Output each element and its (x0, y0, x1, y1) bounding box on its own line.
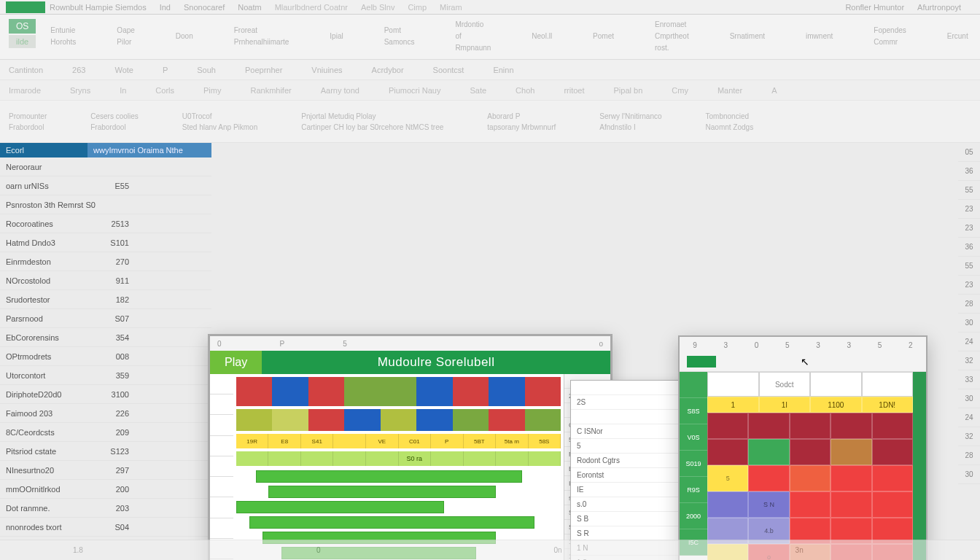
heatmap-cell[interactable] (831, 413, 871, 439)
ribbon-group[interactable]: FroreatPrnhenalhiimarte (234, 19, 289, 54)
data-row[interactable]: 8C/Ceordcsts209 (0, 423, 211, 442)
data-row[interactable]: Utorcontort359 (0, 366, 211, 385)
subbar2-item[interactable]: In (120, 86, 126, 95)
heatmap-cell[interactable] (872, 491, 913, 518)
context-group[interactable]: U0TrocofSted hlanv Anp Pikmon (182, 112, 257, 131)
subbar-item[interactable]: Souh (197, 66, 216, 74)
gantt-bar[interactable] (256, 470, 522, 483)
heatmap-cell[interactable] (831, 465, 871, 491)
heatmap-cell[interactable] (748, 439, 789, 465)
play-button[interactable]: Play (210, 351, 262, 374)
right-num: 24 (958, 408, 980, 427)
subbar2-item[interactable]: Corls (155, 86, 174, 95)
data-row[interactable]: Nerooraur (0, 158, 211, 176)
gantt-bar[interactable] (236, 501, 444, 513)
data-row[interactable]: DiriphoteD20d03100 (0, 385, 211, 404)
subbar2-item[interactable]: Manter (718, 86, 742, 95)
subbar2-item[interactable]: Rankmhifer (250, 86, 291, 95)
heatmap-cell[interactable] (831, 491, 871, 518)
heatmap-cell[interactable] (748, 413, 789, 439)
heatmap-cell[interactable] (831, 439, 871, 465)
subbar2-item[interactable]: Sate (470, 86, 486, 95)
subbar-item[interactable]: Poeprnher (245, 66, 282, 74)
ribbon-group[interactable]: Fopendes Commr (874, 19, 906, 54)
data-row[interactable]: EbCororensins354 (0, 328, 211, 347)
subbar2-item[interactable]: Piumocri Nauy (389, 86, 441, 95)
heatmap-cell[interactable] (707, 491, 748, 518)
data-row[interactable]: Faimood 203226 (0, 404, 211, 423)
subbar2-item[interactable]: Sryns (70, 86, 90, 95)
heatmap-cell[interactable] (748, 465, 789, 491)
subbar-item[interactable]: Vniuines (311, 66, 342, 74)
right-num: 24 (958, 332, 980, 351)
data-row[interactable]: Hatmd Dndo3S101 (0, 233, 211, 252)
subbar-item[interactable]: Wote (114, 66, 133, 74)
ribbon-group[interactable]: PomtSamoncs (384, 19, 415, 54)
ribbon-group[interactable]: Ercunt (947, 19, 968, 54)
data-row[interactable]: Dot ranmne.203 (0, 499, 211, 518)
gantt-bar[interactable] (268, 486, 496, 498)
tab-active[interactable]: OS (9, 19, 36, 34)
subbar-item[interactable]: Eninn (493, 66, 513, 74)
heatmap-cell[interactable] (707, 439, 748, 465)
data-row[interactable]: Rocoroatines2513 (0, 214, 211, 233)
ribbon-group[interactable]: EnromaetCmprtheot rost. (655, 19, 689, 54)
ribbon-group[interactable]: OapePilor (117, 19, 134, 54)
context-group[interactable]: Cesers cooliesFrabordool (90, 112, 139, 131)
ribbon-group[interactable]: Srnatiment (730, 19, 765, 54)
ribbon-group[interactable]: Pomet (593, 19, 614, 54)
context-group[interactable]: Serwy l'NnitirnancoAfndnstilo I (599, 112, 661, 131)
subbar2-item[interactable]: Pipal bn (614, 86, 643, 95)
heatmap-cell[interactable] (790, 491, 831, 518)
subbar-item[interactable]: P (163, 66, 168, 74)
data-row[interactable]: oarn urNISsE55 (0, 176, 211, 195)
data-row[interactable]: nnonrodes txortS04 (0, 518, 211, 537)
context-group[interactable]: Aborard Ptapsorany Mrbwnnurf (487, 112, 556, 131)
heatmap-cell[interactable]: S N (748, 491, 789, 518)
data-row[interactable]: Einrmdeston270 (0, 252, 211, 271)
right-num: 30 (958, 465, 980, 484)
subbar2-item[interactable]: Choh (516, 86, 534, 95)
heatmap-cell[interactable] (790, 413, 831, 439)
data-row[interactable]: NInesurtno20297 (0, 461, 211, 480)
data-row[interactable]: ParsrnoodS07 (0, 309, 211, 328)
chart-window-left[interactable]: 0P 5o Play Mudoulre Sorelubell 19RE8S41V… (208, 334, 612, 560)
subbar-item[interactable]: Soontcst (433, 66, 464, 74)
data-row[interactable]: NOrcostolod911 (0, 271, 211, 290)
worksheet-area: Ecorl wwyImvrnoi Oraima Nthe Neroorauroa… (0, 143, 980, 540)
subbar2-item[interactable]: Pimy (203, 86, 221, 95)
heatmap-cell[interactable] (790, 439, 831, 465)
ribbon-group[interactable]: imwnent (806, 19, 833, 54)
context-group[interactable]: TombnonciedNaomnt Zodgs (706, 112, 754, 131)
subbar-item[interactable]: Cantinton (9, 66, 43, 74)
heatmap-cell[interactable] (790, 465, 831, 491)
ribbon-group[interactable]: Mrdontio ofRmpnaunn (455, 19, 491, 54)
gantt-bar[interactable] (249, 516, 535, 529)
heatmap-cell[interactable]: 5 (707, 465, 748, 491)
heatmap-cell[interactable] (872, 413, 913, 439)
context-group[interactable]: Pnjortal Metudiq PlolayCartinper CH loy … (301, 112, 443, 131)
subbar-item[interactable]: Acrdybor (372, 66, 404, 74)
heatmap-window[interactable]: 93053352 ↖ S8SV0SS019R9S2000I5C Sodct11l… (678, 335, 928, 560)
subbar2-item[interactable]: A (771, 86, 777, 95)
data-row[interactable]: Psnroston 3th Remrst S0 (0, 195, 211, 214)
ribbon-group[interactable]: Doon (176, 19, 193, 54)
data-row[interactable]: mmOOrnitlrkod200 (0, 480, 211, 499)
data-row[interactable]: OPtrmodrets008 (0, 347, 211, 366)
ribbon-group[interactable]: Ipial (330, 19, 343, 54)
ribbon-group[interactable]: EntunieHorohts (50, 19, 76, 54)
tab-secondary[interactable]: ilde (9, 35, 36, 48)
data-row[interactable]: Srudortestor182 (0, 290, 211, 309)
subbar2-item[interactable]: rritoet (564, 86, 584, 95)
heatmap-cell[interactable] (707, 413, 748, 439)
heatmap-apply-button[interactable] (687, 356, 716, 368)
subbar2-item[interactable]: Irmarode (9, 86, 41, 95)
context-group[interactable]: PromounterFrabordool (9, 112, 47, 131)
subbar-item[interactable]: 263 (72, 66, 85, 74)
heatmap-cell[interactable] (872, 465, 913, 491)
heatmap-cell[interactable] (872, 439, 913, 465)
subbar2-item[interactable]: Aarny tond (321, 86, 359, 95)
data-row[interactable]: Pitsriod cstateS123 (0, 442, 211, 461)
ribbon-group[interactable]: Neol.ll (532, 19, 552, 54)
subbar2-item[interactable]: Cmy (672, 86, 688, 95)
